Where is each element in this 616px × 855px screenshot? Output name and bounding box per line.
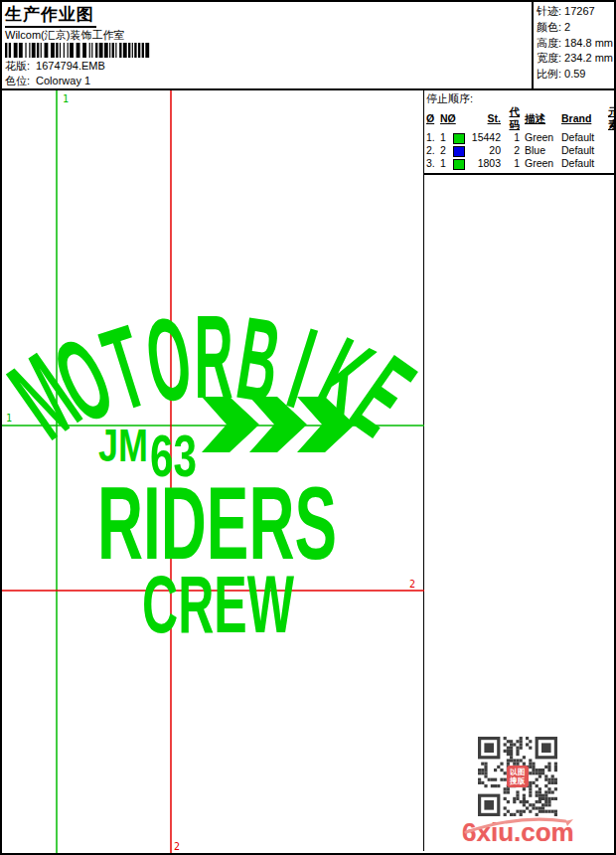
row-code: 1 bbox=[503, 157, 525, 170]
col-stitches: St. bbox=[470, 112, 503, 125]
start-marker-label-top: 1 bbox=[63, 93, 69, 104]
stop-sequence-panel: 停止顺序: Ø NØ St. 代码 描述 Brand 元素 1. 1 15442… bbox=[424, 90, 616, 175]
stat-stitches: 针迹:17267 bbox=[537, 4, 612, 20]
row-brand: Default bbox=[561, 144, 608, 157]
thread-color-chip bbox=[453, 157, 470, 170]
col-code: 代码 bbox=[503, 105, 525, 131]
design-svg: MOTORBIKE JM 63 RIDERS CREW 1 1 2 2 bbox=[2, 90, 424, 853]
right-column: 停止顺序: Ø NØ St. 代码 描述 Brand 元素 1. 1 15442… bbox=[424, 90, 616, 851]
stop-sequence-table: Ø NØ St. 代码 描述 Brand 元素 1. 1 15442 1 Gre… bbox=[426, 105, 616, 170]
colorway-value: Colorway 1 bbox=[36, 75, 90, 86]
col-n0: NØ bbox=[440, 112, 453, 125]
pattern-label: 花版: bbox=[5, 60, 30, 72]
col-description: 描述 bbox=[525, 112, 561, 125]
colorway-line: 色位:Colorway 1 bbox=[5, 75, 528, 87]
row-brand: Default bbox=[561, 131, 608, 144]
qr-code: 以图 搜版 bbox=[478, 737, 557, 816]
thread-color-chip bbox=[453, 131, 470, 144]
row-index: 3. bbox=[426, 157, 440, 170]
col-element: 元素 bbox=[608, 105, 616, 131]
barcode bbox=[5, 43, 152, 58]
design-text-crew: CREW bbox=[142, 559, 294, 649]
company-name: Wilcom(汇京)装饰工作室 bbox=[5, 29, 528, 42]
stop-sequence-title: 停止顺序: bbox=[426, 92, 616, 105]
row-needle: 1 bbox=[440, 157, 453, 170]
col-brand: Brand bbox=[561, 112, 608, 125]
stat-scale: 比例:0.59 bbox=[537, 67, 612, 83]
row-brand: Default bbox=[561, 157, 608, 170]
page-title: 生产作业图 bbox=[5, 4, 96, 28]
design-stats-panel: 针迹:17267 颜色:2 高度:184.8 mm 宽度:234.2 mm 比例… bbox=[532, 2, 614, 88]
start-marker-label-left: 1 bbox=[6, 413, 12, 424]
content: MOTORBIKE JM 63 RIDERS CREW 1 1 2 2 停止顺序… bbox=[2, 88, 614, 851]
row-index: 1. bbox=[426, 131, 440, 144]
qr-center-logo: 以图 搜版 bbox=[507, 766, 529, 787]
row-stitches: 1803 bbox=[470, 157, 503, 170]
stat-colors: 颜色:2 bbox=[537, 20, 612, 36]
row-description: Blue bbox=[525, 144, 561, 157]
arc-text-motorbike: MOTORBIKE bbox=[2, 291, 424, 462]
row-description: Green bbox=[525, 157, 561, 170]
watermark[interactable]: 6xiu.com bbox=[462, 821, 581, 851]
pattern-line: 花版:1674794.EMB bbox=[5, 60, 528, 73]
row-code: 2 bbox=[503, 144, 525, 157]
row-code: 1 bbox=[503, 131, 525, 144]
row-description: Green bbox=[525, 131, 561, 144]
header: 生产作业图 Wilcom(汇京)装饰工作室 花版:1674794.EMB 色位:… bbox=[2, 2, 614, 88]
pattern-value: 1674794.EMB bbox=[36, 60, 105, 72]
production-worksheet: { "header": { "title": "生产作业图", "company… bbox=[0, 0, 616, 855]
row-needle: 2 bbox=[440, 144, 453, 157]
end-marker-label-bottom: 2 bbox=[174, 841, 180, 852]
row-stitches: 20 bbox=[470, 144, 503, 157]
thread-color-chip bbox=[453, 144, 470, 157]
row-index: 2. bbox=[426, 144, 440, 157]
stat-width: 宽度:234.2 mm bbox=[537, 51, 612, 67]
header-left: 生产作业图 Wilcom(汇京)装饰工作室 花版:1674794.EMB 色位:… bbox=[2, 2, 532, 88]
chevron-arrows-icon bbox=[202, 397, 355, 452]
design-canvas: MOTORBIKE JM 63 RIDERS CREW 1 1 2 2 bbox=[2, 90, 424, 851]
watermark-swoosh bbox=[462, 812, 581, 834]
row-stitches: 15442 bbox=[470, 131, 503, 144]
stat-height: 高度:184.8 mm bbox=[537, 36, 612, 52]
col-number: Ø bbox=[426, 112, 440, 125]
colorway-label: 色位: bbox=[5, 75, 30, 86]
end-marker-label-right: 2 bbox=[409, 579, 415, 590]
row-needle: 1 bbox=[440, 131, 453, 144]
